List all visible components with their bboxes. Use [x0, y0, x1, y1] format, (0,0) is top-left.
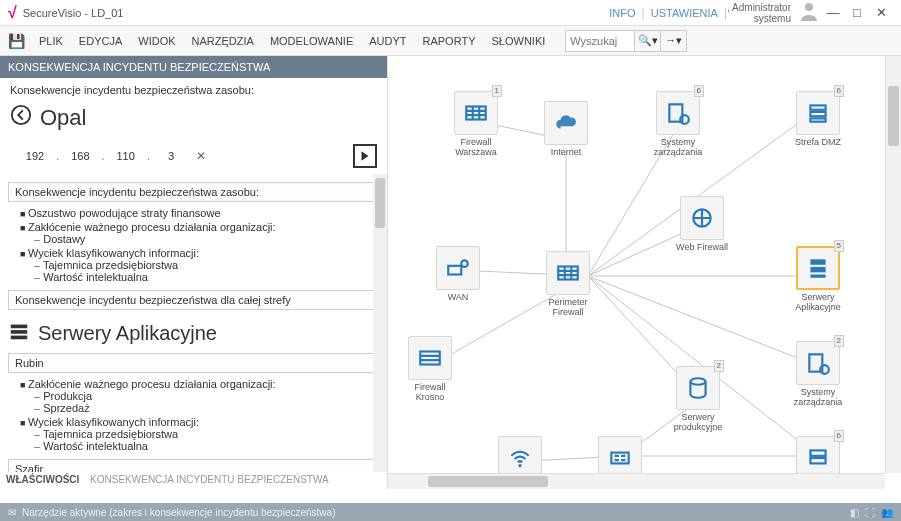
consequence-list: Zakłócenie ważnego procesu działania org…	[8, 377, 379, 453]
svg-rect-37	[611, 453, 628, 464]
link-info[interactable]: INFO	[609, 7, 635, 19]
menu-widok[interactable]: WIDOK	[132, 31, 181, 51]
property-tabs: WŁAŚCIWOŚCI KONSEKWENCJA INCYDENTU BEZPI…	[0, 472, 387, 489]
window-title: SecureVisio - LD_01	[23, 7, 124, 19]
status-icon[interactable]: ⛶	[865, 507, 875, 518]
main-area: KONSEKWENCJA INCYDENTU BEZPIECZEŃSTWA Ko…	[0, 56, 901, 489]
zone-server-szafir[interactable]: Szafir	[8, 459, 379, 472]
left-scrollbar[interactable]	[373, 174, 387, 472]
node-wan[interactable]: WAN	[426, 246, 490, 303]
node-systemy-zarzadzania-2[interactable]: 2 Systemyzarządzania	[786, 341, 850, 408]
status-text: Narzędzie aktywne (zakres i konsekwencje…	[22, 507, 335, 518]
search-go-button[interactable]: →▾	[661, 30, 687, 52]
svg-rect-2	[11, 325, 28, 329]
svg-rect-3	[11, 330, 28, 334]
avatar-icon[interactable]	[797, 0, 821, 26]
menu-narzedzia[interactable]: NARZĘDZIA	[186, 31, 260, 51]
node-serwery-aplikacyjne[interactable]: 5 SerweryAplikacyjne	[786, 246, 850, 313]
asset-row: Opal	[0, 102, 387, 140]
left-panel: KONSEKWENCJA INCYDENTU BEZPIECZEŃSTWA Ko…	[0, 56, 388, 489]
consequence-list: Oszustwo powodujące straty finansowe Zak…	[8, 206, 379, 284]
svg-rect-39	[810, 458, 825, 463]
consequence-item: Oszustwo powodujące straty finansowe	[20, 206, 379, 220]
consequence-subitem: Wartość intelektualna	[34, 440, 379, 452]
svg-rect-29	[810, 259, 825, 264]
panel-tab-header[interactable]: KONSEKWENCJA INCYDENTU BEZPIECZEŃSTWA	[0, 56, 387, 78]
user-line1: , Administrator	[727, 2, 791, 13]
svg-rect-28	[558, 267, 578, 280]
node-systemy-zarzadzania-1[interactable]: 6 Systemyzarządzania	[646, 91, 710, 158]
zone-name: Serwery Aplikacyjne	[38, 322, 217, 345]
save-icon[interactable]: 💾	[8, 33, 25, 49]
status-notification-icon[interactable]: ✉	[8, 507, 16, 518]
zone-server-rubin[interactable]: Rubin	[8, 353, 379, 373]
node-badge: 6	[694, 85, 704, 97]
node-perimeter-firewall[interactable]: PerimeterFirewall	[536, 251, 600, 318]
consequence-subitem: Tajemnica przedsiębiorstwa	[34, 428, 379, 440]
canvas-vertical-scrollbar[interactable]	[885, 56, 901, 473]
tab-consequence[interactable]: KONSEKWENCJA INCYDENTU BEZPIECZEŃSTWA	[90, 474, 329, 485]
ip-octet-2[interactable]: 168	[63, 150, 97, 162]
svg-point-27	[461, 260, 468, 267]
search-button[interactable]: 🔍▾	[635, 30, 661, 52]
consequence-subitem: Sprzedaż	[34, 402, 379, 414]
canvas-horizontal-scrollbar[interactable]	[388, 473, 885, 489]
current-user[interactable]: , Administrator systemu	[727, 2, 791, 24]
diagram-canvas[interactable]: 1 FirewallWarszawa Internet 6 Systemyzar…	[388, 56, 901, 489]
node-label: Strefa DMZ	[786, 138, 850, 148]
node-label: Systemyzarządzania	[646, 138, 710, 158]
database-icon	[676, 366, 720, 410]
tab-properties[interactable]: WŁAŚCIWOŚCI	[6, 474, 79, 485]
node-firewall-warszawa[interactable]: 1 FirewallWarszawa	[444, 91, 508, 158]
menu-modelowanie[interactable]: MODELOWANIE	[264, 31, 359, 51]
ip-octet-4[interactable]: 3	[154, 150, 188, 162]
zone-icon	[8, 320, 30, 347]
minimize-button[interactable]: —	[821, 5, 845, 20]
menu-raporty[interactable]: RAPORTY	[417, 31, 482, 51]
node-badge: 2	[714, 360, 724, 372]
menu-slowniki[interactable]: SŁOWNIKI	[485, 31, 551, 51]
menu-audyt[interactable]: AUDYT	[363, 31, 412, 51]
menubar: 💾 PLIK EDYCJA WIDOK NARZĘDZIA MODELOWANI…	[0, 26, 901, 56]
status-icon[interactable]: 👥	[881, 507, 893, 518]
ip-clear-button[interactable]: ✕	[196, 149, 206, 163]
consequence-subitem: Tajemnica przedsiębiorstwa	[34, 259, 379, 271]
ip-octet-1[interactable]: 192	[18, 150, 52, 162]
ip-octet-3[interactable]: 110	[109, 150, 143, 162]
svg-rect-24	[810, 118, 825, 121]
maximize-button[interactable]: □	[845, 5, 869, 20]
consequence-subitem: Wartość intelektualna	[34, 271, 379, 283]
ip-go-button[interactable]	[353, 144, 377, 168]
svg-rect-26	[448, 266, 461, 275]
close-button[interactable]: ✕	[869, 5, 893, 20]
node-strefa-dmz[interactable]: 6 Strefa DMZ	[786, 91, 850, 148]
menu-edycja[interactable]: EDYCJA	[73, 31, 128, 51]
consequence-item: Wyciek klasyfikowanych informacji: Tajem…	[20, 415, 379, 453]
node-label: Internet	[534, 148, 598, 158]
zone-block: Serwery Aplikacyjne Rubin Zakłócenie waż…	[8, 320, 379, 472]
menu-plik[interactable]: PLIK	[33, 31, 69, 51]
svg-line-13	[588, 276, 818, 366]
back-button[interactable]	[10, 104, 32, 132]
node-label: WAN	[426, 293, 490, 303]
search-input[interactable]	[565, 30, 635, 52]
node-internet[interactable]: Internet	[534, 101, 598, 158]
node-label: FirewallKrosno	[398, 383, 462, 403]
link-settings[interactable]: USTAWIENIA	[651, 7, 718, 19]
node-label: Web Firewall	[670, 243, 734, 253]
status-icon[interactable]: ◧	[850, 507, 859, 518]
node-label: Systemyzarządzania	[786, 388, 850, 408]
consequence-subitem: Dostawy	[34, 233, 379, 245]
node-serwery-produkcyjne[interactable]: 2 Serweryprodukcyjne	[666, 366, 730, 433]
server-gear-icon	[656, 91, 700, 135]
consequence-item: Zakłócenie ważnego procesu działania org…	[20, 220, 379, 246]
svg-point-36	[518, 464, 521, 467]
separator: |	[642, 6, 645, 20]
node-web-firewall[interactable]: Web Firewall	[670, 196, 734, 253]
ip-row: 192. 168. 110. 3 ✕	[0, 140, 387, 174]
node-firewall-krosno[interactable]: FirewallKrosno	[398, 336, 462, 403]
firewall-icon	[546, 251, 590, 295]
svg-rect-32	[420, 352, 440, 365]
node-badge: 2	[834, 335, 844, 347]
cloud-icon	[544, 101, 588, 145]
